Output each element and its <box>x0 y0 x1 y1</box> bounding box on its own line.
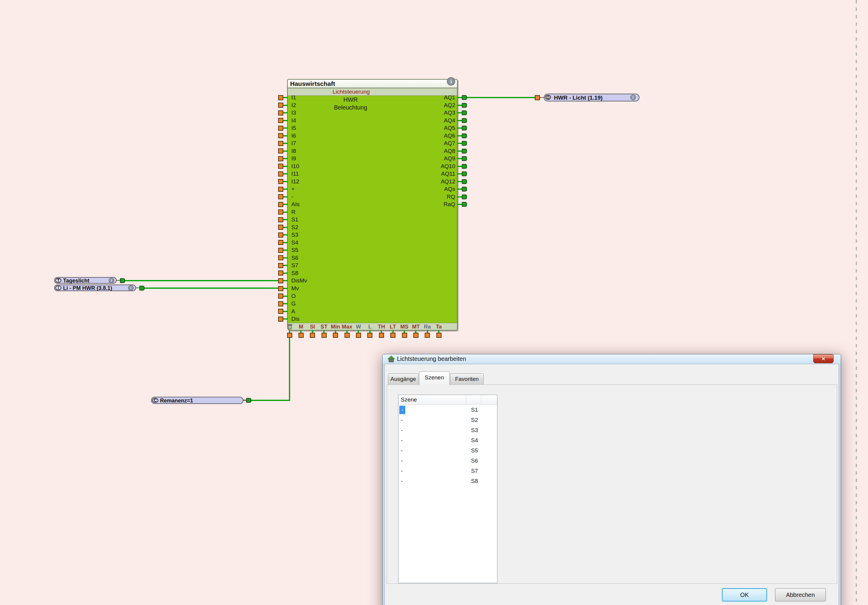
output-connector-AQ1[interactable] <box>462 95 467 100</box>
tageslicht-output-connector[interactable] <box>120 278 125 283</box>
input-connector-I11[interactable] <box>278 171 283 177</box>
input-connector-I5[interactable] <box>278 126 283 131</box>
connector-stub <box>381 330 382 333</box>
scene-row-name[interactable]: - <box>401 477 403 485</box>
input-connector--[interactable] <box>278 194 283 199</box>
output-connector-RQ[interactable] <box>462 194 467 199</box>
block-bottom-connector-8[interactable] <box>379 333 384 338</box>
output-connector-AQ7[interactable] <box>462 141 467 146</box>
block-bottom-connector-3[interactable] <box>322 333 327 338</box>
input-connector-I10[interactable] <box>278 164 283 169</box>
block-bottom-connector-0[interactable] <box>287 333 292 338</box>
input-connector-S7[interactable] <box>278 263 283 268</box>
output-connector-AQ3[interactable] <box>462 110 467 115</box>
input-connector-+[interactable] <box>278 187 283 192</box>
scene-row-name[interactable]: - <box>401 467 403 475</box>
scene-list[interactable]: Szene -S1-S2-S3-S4-S5-S6-S7-S8 <box>398 395 498 583</box>
connector-stub <box>283 204 288 205</box>
input-connector-S8[interactable] <box>278 270 283 276</box>
connector-stub <box>283 135 288 137</box>
output-connector-AQ8[interactable] <box>462 149 467 154</box>
scene-row-name[interactable]: - <box>401 416 403 424</box>
block-bottom-connector-13[interactable] <box>436 333 442 338</box>
block-bottom-connector-10[interactable] <box>402 333 407 338</box>
scene-row-name[interactable]: - <box>401 457 403 465</box>
output-connector-AQ5[interactable] <box>462 126 467 130</box>
close-icon[interactable]: × <box>813 354 834 363</box>
remanenz-output-connector[interactable] <box>246 398 251 403</box>
block-bottom-connector-1[interactable] <box>299 333 304 338</box>
house-icon <box>388 355 395 363</box>
input-connector-R[interactable] <box>278 209 283 214</box>
hwr-licht-input-connector[interactable] <box>535 95 540 100</box>
tag-hwr-licht[interactable]: Q HWR - Licht (1.19) i <box>544 94 640 101</box>
input-connector-Dis[interactable] <box>278 316 283 322</box>
output-connector-AQ2[interactable] <box>462 103 467 108</box>
block-output-label-AQ11: AQ11 <box>431 171 455 177</box>
input-connector-DisMv[interactable] <box>278 278 283 283</box>
input-connector-I7[interactable] <box>278 141 283 146</box>
tag-tageslicht[interactable]: T Tageslicht i <box>54 277 117 284</box>
scene-row-name[interactable]: - <box>401 436 403 445</box>
input-connector-S5[interactable] <box>278 248 283 253</box>
info-icon[interactable]: i <box>108 278 114 283</box>
output-connector-AQ6[interactable] <box>462 133 467 138</box>
block-output-label-AQ2: AQ2 <box>431 102 455 109</box>
input-connector-I6[interactable] <box>278 133 283 138</box>
input-connector-I8[interactable] <box>278 148 283 154</box>
info-icon[interactable]: i <box>128 285 134 291</box>
input-connector-S3[interactable] <box>278 233 283 237</box>
input-connector-I9[interactable] <box>278 156 283 161</box>
pm-output-connector[interactable] <box>140 286 144 290</box>
dialog-titlebar[interactable]: Lichtsteuerung bearbeiten <box>383 354 841 364</box>
scene-row-selected-cell[interactable]: - <box>399 406 405 414</box>
block-bottom-connector-6[interactable] <box>356 333 361 338</box>
output-connector-AQ4[interactable] <box>462 118 467 123</box>
input-connector-S2[interactable] <box>278 225 283 230</box>
output-connector-AQs[interactable] <box>462 187 467 191</box>
input-connector-I1[interactable] <box>278 95 283 100</box>
input-connector-I2[interactable] <box>278 102 283 108</box>
block-bottom-connector-9[interactable] <box>390 333 395 338</box>
input-connector-Mv[interactable] <box>278 286 283 291</box>
block-bottom-connector-5[interactable] <box>344 333 350 338</box>
tab-ausgaenge[interactable]: Ausgänge <box>388 374 418 385</box>
tag-remanenz[interactable]: C Remanenz=1 <box>151 397 243 404</box>
tag-pm-hwr[interactable]: I Li - PM HWR (3.8.1) i <box>54 285 136 291</box>
block-bottom-connector-11[interactable] <box>413 333 418 338</box>
output-connector-AQ11[interactable] <box>462 171 467 176</box>
info-icon[interactable]: i <box>447 77 455 85</box>
output-connector-AQ9[interactable] <box>462 156 467 161</box>
block-input-label-S4: S4 <box>291 239 298 246</box>
scene-row-name[interactable]: - <box>401 447 403 455</box>
input-connector-I12[interactable] <box>278 179 283 184</box>
input-connector-I3[interactable] <box>278 110 283 115</box>
tab-szenen[interactable]: Szenen <box>419 371 450 385</box>
input-connector-S6[interactable] <box>278 255 283 260</box>
block-output-label-AQ7: AQ7 <box>431 140 455 147</box>
block-bottom-connector-12[interactable] <box>425 333 430 338</box>
input-connector-S4[interactable] <box>278 240 283 245</box>
tag-link-line <box>135 287 140 288</box>
block-bottom-connector-7[interactable] <box>367 333 372 338</box>
output-connector-AQ10[interactable] <box>462 164 467 169</box>
block-bottom-connector-4[interactable] <box>333 333 338 338</box>
ok-button[interactable]: OK <box>722 588 767 602</box>
tab-favoriten[interactable]: Favoriten <box>450 374 484 385</box>
cancel-button[interactable]: Abbrechen <box>775 588 826 602</box>
input-connector-S1[interactable] <box>278 217 283 222</box>
scene-row-name[interactable]: - <box>401 426 403 434</box>
input-connector-G[interactable] <box>278 301 283 306</box>
block-input-label--: - <box>291 194 293 200</box>
output-connector-AQ12[interactable] <box>462 179 467 184</box>
block-bottom-connector-2[interactable] <box>310 333 315 338</box>
output-connector-RaQ[interactable] <box>462 202 467 207</box>
input-connector-O[interactable] <box>278 293 283 299</box>
block-input-label-G: G <box>291 300 296 307</box>
input-connector-AIs[interactable] <box>278 202 283 207</box>
input-connector-I4[interactable] <box>278 118 283 123</box>
input-connector-A[interactable] <box>278 309 283 314</box>
block-input-label-I8: I8 <box>291 148 296 154</box>
info-icon[interactable]: i <box>630 95 636 100</box>
connector-stub <box>335 330 336 333</box>
